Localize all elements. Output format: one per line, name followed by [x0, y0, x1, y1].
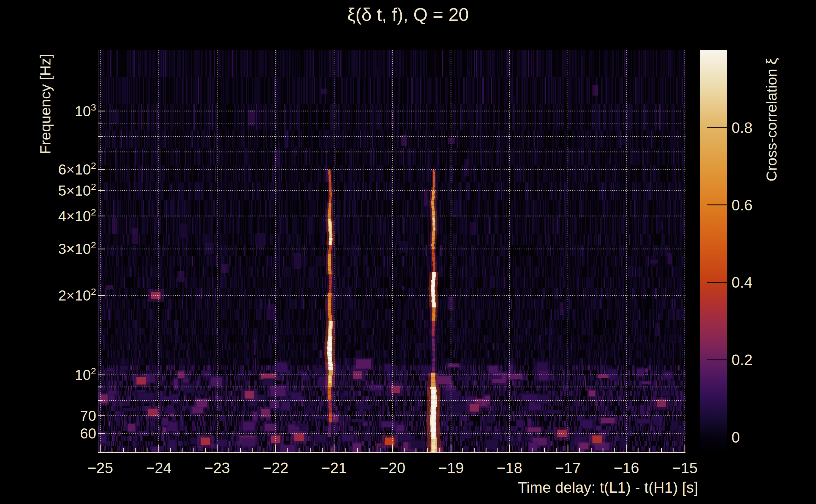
- colorbar-tick-mark: [707, 204, 727, 205]
- x-tick-label: −25: [75, 459, 125, 477]
- colorbar-tick-label: 0: [732, 428, 740, 446]
- x-tick-label: −16: [601, 459, 652, 477]
- x-tick-label: −21: [309, 459, 359, 477]
- x-tick-label: −22: [250, 459, 301, 477]
- chart-title: ξ(δ t, f), Q = 20: [0, 4, 816, 25]
- x-tick-label: −19: [426, 459, 476, 477]
- x-tick-label: −24: [133, 459, 184, 477]
- colorbar-tick-mark: [707, 282, 727, 283]
- y-tick-label: 60: [19, 425, 96, 442]
- y-tick-label: 102: [19, 366, 96, 383]
- x-axis-title: Time delay: t(L1) - t(H1) [s]: [518, 479, 698, 496]
- colorbar-tick-label: 0.6: [732, 196, 753, 214]
- x-tick-label: −17: [543, 459, 593, 477]
- colorbar-tick-label: 0.8: [732, 119, 753, 136]
- y-tick-label: 103: [19, 102, 96, 119]
- colorbar-tick-mark: [707, 127, 727, 128]
- cross-correlation-figure: ξ(δ t, f), Q = 20 Frequency [Hz] Time de…: [0, 0, 816, 504]
- colorbar-tick-label: 0.4: [732, 274, 753, 291]
- y-tick-label: 5×102: [19, 182, 96, 199]
- y-tick-label: 3×102: [19, 240, 96, 257]
- y-tick-label: 2×102: [19, 287, 96, 304]
- heatmap-canvas: [98, 50, 686, 453]
- y-tick-label: 4×102: [19, 208, 96, 225]
- y-tick-label: 70: [19, 407, 96, 424]
- x-tick-label: −20: [367, 459, 418, 477]
- colorbar-gradient: [700, 50, 727, 453]
- colorbar-tick-mark: [707, 437, 727, 438]
- colorbar-tick-label: 0.2: [732, 351, 753, 369]
- colorbar-title: Cross-correlation ξ: [763, 58, 780, 181]
- y-tick-label: 6×102: [19, 161, 96, 178]
- x-tick-label: −15: [660, 459, 710, 477]
- x-tick-label: −23: [192, 459, 243, 477]
- x-tick-label: −18: [484, 459, 535, 477]
- colorbar-tick-mark: [707, 359, 727, 360]
